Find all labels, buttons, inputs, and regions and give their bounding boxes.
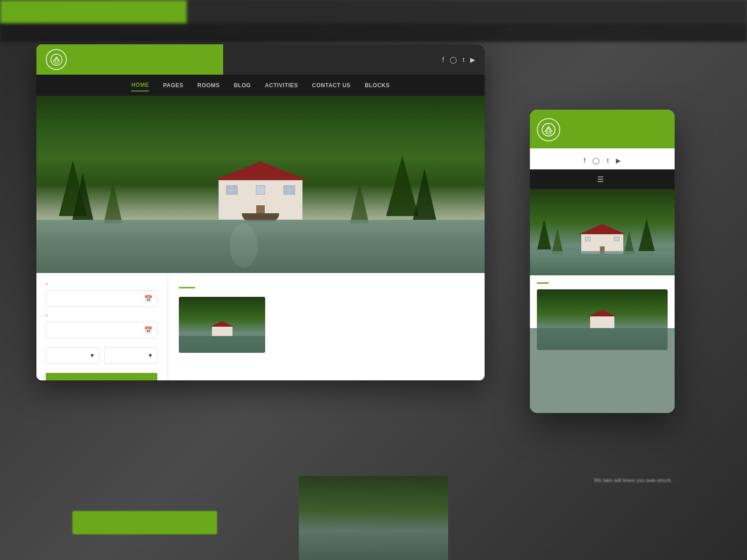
calendar-icon-checkout: 📅	[144, 326, 152, 334]
desktop-hero	[36, 96, 485, 273]
checkout-input[interactable]: 📅	[46, 322, 157, 338]
mobile-tree-2	[639, 218, 655, 251]
nav-contact-us[interactable]: CONTACT US	[312, 80, 351, 91]
calendar-icon-checkin: 📅	[144, 295, 152, 302]
mobile-social-icons: f ◯ t ▶	[537, 157, 668, 164]
mobile-facebook-icon[interactable]: f	[584, 157, 585, 164]
mobile-content-house	[588, 311, 616, 328]
bg-nav	[0, 23, 747, 42]
mobile-hero	[530, 189, 675, 275]
nav-rooms[interactable]: ROOMS	[197, 80, 220, 91]
nav-blocks[interactable]: BLOCKS	[365, 80, 390, 91]
mobile-water	[530, 251, 675, 275]
checkout-required: *	[46, 314, 48, 319]
mobile-youtube-icon[interactable]: ▶	[616, 157, 621, 164]
mobile-tree-1	[537, 219, 551, 250]
mobile-house-roof	[579, 224, 626, 234]
cabin-house	[211, 322, 234, 336]
desktop-topbar: f ◯ t ▶	[223, 44, 485, 75]
adults-select[interactable]: ▼	[46, 347, 99, 364]
adults-group: ▼	[46, 345, 99, 364]
desktop-mockup: f ◯ t ▶ HOME PAGES ROOMS BLOG ACTIVITIES…	[36, 44, 485, 380]
checkout-label: *	[46, 314, 157, 319]
bottom-page-text: We take will leave you awe-struck.	[594, 476, 672, 485]
nav-home[interactable]: HOME	[131, 79, 149, 91]
facebook-icon[interactable]: f	[442, 56, 444, 63]
checkin-required: *	[46, 282, 48, 288]
bottom-search-button[interactable]	[72, 511, 217, 534]
checkin-group: * 📅	[46, 282, 157, 307]
mobile-window-1	[585, 237, 591, 241]
bg-green-bar	[0, 0, 187, 23]
window-1	[226, 185, 238, 195]
desktop-content: * 📅 * 📅	[36, 273, 485, 380]
svg-point-3	[546, 132, 551, 134]
desktop-nav: HOME PAGES ROOMS BLOG ACTIVITIES CONTACT…	[36, 75, 485, 96]
hamburger-icon: ☰	[597, 175, 604, 184]
cabin-water	[179, 336, 265, 353]
content-row	[179, 297, 473, 353]
mobile-header	[530, 110, 675, 148]
house-roof	[214, 161, 307, 180]
mobile-content-water	[537, 328, 668, 350]
nav-pages[interactable]: PAGES	[163, 80, 183, 91]
mobile-window-2	[614, 237, 620, 241]
desktop-header: f ◯ t ▶	[36, 44, 485, 75]
main-article	[167, 273, 485, 380]
children-select[interactable]: ▼	[104, 347, 158, 364]
checkin-input[interactable]: 📅	[46, 290, 157, 307]
checkin-label: *	[46, 282, 157, 288]
bottom-cabin-image	[299, 476, 448, 560]
window-3	[256, 185, 265, 195]
social-icons: f ◯ t ▶	[442, 56, 475, 63]
mobile-section-divider	[537, 282, 549, 284]
hero-water	[36, 220, 485, 273]
mobile-menu-bar[interactable]: ☰	[530, 169, 675, 189]
desktop-logo-area	[36, 44, 223, 75]
window-2	[283, 185, 295, 195]
mobile-instagram-icon[interactable]: ◯	[592, 157, 600, 164]
search-button[interactable]	[46, 373, 157, 380]
instagram-icon[interactable]: ◯	[450, 56, 457, 63]
section-divider	[179, 287, 195, 288]
nav-blog[interactable]: BLOG	[234, 80, 251, 91]
mobile-cabin-image	[537, 289, 668, 350]
booking-form: * 📅 * 📅	[36, 273, 167, 380]
youtube-icon[interactable]: ▶	[470, 56, 475, 63]
children-chevron: ▼	[148, 352, 153, 359]
svg-point-1	[54, 62, 59, 63]
mobile-mockup: f ◯ t ▶ ☰	[530, 110, 675, 413]
twitter-icon[interactable]: t	[463, 56, 465, 63]
mobile-house	[579, 226, 626, 254]
bottom-text-line1: We take will leave you awe-struck.	[594, 477, 672, 483]
mobile-logo-icon	[537, 118, 560, 141]
hero-house	[214, 164, 307, 220]
mobile-tree-3	[552, 228, 564, 254]
checkout-group: * 📅	[46, 314, 157, 338]
mobile-content	[530, 275, 675, 357]
guests-row: ▼ ▼	[46, 345, 157, 371]
children-group: ▼	[104, 345, 158, 364]
nav-activities[interactable]: ACTIVITIES	[265, 80, 298, 91]
mobile-twitter-icon[interactable]: t	[607, 157, 609, 164]
mobile-info-bar: f ◯ t ▶	[530, 148, 675, 169]
adults-chevron: ▼	[90, 352, 95, 359]
water-reflection	[230, 224, 258, 268]
logo-icon	[46, 49, 67, 70]
cabin-image	[179, 297, 265, 353]
